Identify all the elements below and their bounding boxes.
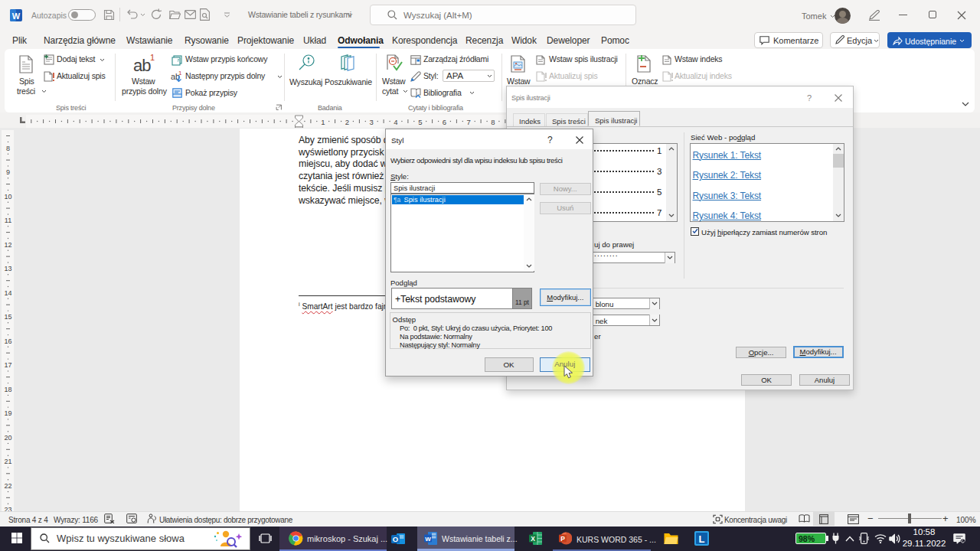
svg-text:10: 10 [4, 193, 11, 201]
svg-text:8: 8 [6, 145, 10, 152]
svg-text:W: W [425, 536, 431, 543]
svg-text:7: 7 [467, 117, 471, 126]
svg-text:2: 2 [345, 117, 349, 126]
svg-text:5: 5 [418, 117, 422, 126]
svg-text:11: 11 [5, 217, 11, 224]
svg-text:19: 19 [4, 409, 11, 417]
svg-text:23: 23 [4, 506, 11, 511]
svg-text:18: 18 [4, 386, 11, 393]
svg-text:12: 12 [4, 241, 11, 249]
svg-text:14: 14 [4, 289, 11, 297]
svg-text:6: 6 [443, 117, 446, 126]
svg-text:17: 17 [4, 361, 11, 369]
svg-text:4: 4 [394, 117, 397, 126]
svg-text:9: 9 [6, 168, 10, 176]
svg-text:13: 13 [4, 265, 11, 272]
svg-text:X: X [531, 535, 535, 543]
svg-text:L: L [699, 533, 705, 545]
svg-text:15: 15 [4, 313, 11, 321]
svg-text:1: 1 [321, 117, 325, 126]
svg-text:16: 16 [4, 337, 11, 345]
svg-text:22: 22 [4, 482, 11, 490]
svg-text:W: W [12, 11, 21, 21]
svg-text:8: 8 [491, 117, 495, 126]
svg-text:20: 20 [4, 434, 11, 442]
svg-text:21: 21 [4, 458, 11, 465]
svg-text:3: 3 [370, 117, 374, 126]
svg-text:P: P [560, 535, 565, 543]
svg-text:O: O [393, 535, 398, 543]
